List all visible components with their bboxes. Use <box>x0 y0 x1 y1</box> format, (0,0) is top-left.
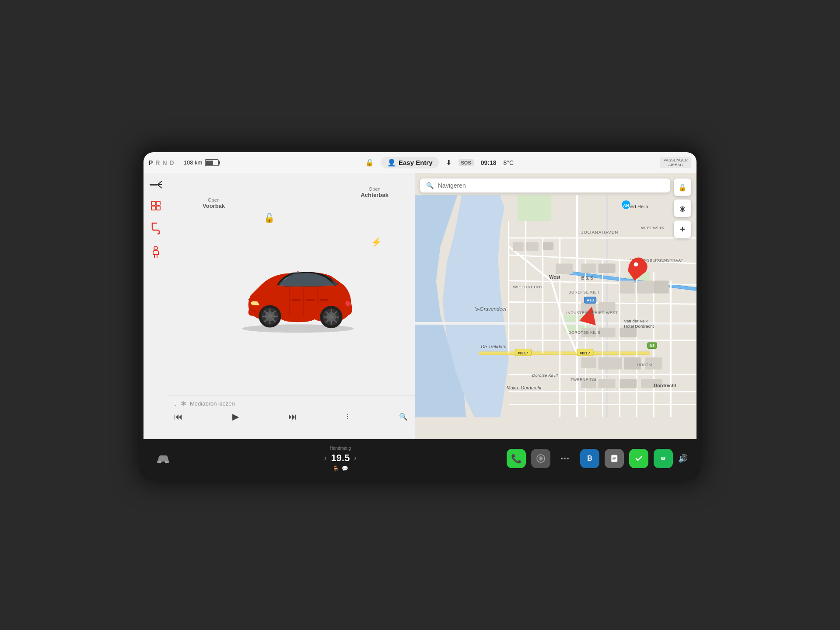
temp-value-display: 19.5 <box>331 452 350 464</box>
map-search-bar[interactable]: 🔍 <box>420 178 670 192</box>
gear-p[interactable]: P <box>149 159 154 166</box>
spotify-app-button[interactable] <box>654 449 673 468</box>
volume-control[interactable]: 🔊 <box>678 454 688 463</box>
svg-text:Hotel Dordrecht: Hotel Dordrecht <box>624 324 654 329</box>
left-sidebar <box>144 173 168 439</box>
svg-rect-46 <box>620 280 634 293</box>
svg-text:INDUSTRIEGEBIED WEST: INDUSTRIEGEBIED WEST <box>566 311 618 315</box>
play-button[interactable]: ▶ <box>232 411 239 422</box>
svg-rect-0 <box>150 184 158 186</box>
svg-text:Dordrecht: Dordrecht <box>654 383 676 388</box>
unlock-icon[interactable]: 🔓 <box>264 213 275 223</box>
seat-heat-icon: 🪑 <box>332 466 339 472</box>
screen-inner: P R N D 108 km 🔒 👤 Easy Entry ⬇ SOS 09 <box>144 152 696 478</box>
prev-button[interactable]: ⏮ <box>174 412 183 422</box>
map-panel: 🔍 🔒 ◉ + <box>415 173 696 439</box>
svg-rect-54 <box>581 357 596 368</box>
svg-text:Dorotse Kil III: Dorotse Kil III <box>532 373 558 378</box>
map-location-button[interactable]: ◉ <box>674 200 691 217</box>
time-display: 09:18 <box>481 159 497 166</box>
map-display: Albert Heijn JULIANAHAVEN WIELWIJK West … <box>415 173 696 439</box>
download-icon: ⬇ <box>446 158 452 167</box>
bluetooth-button[interactable]: B <box>580 449 599 468</box>
svg-rect-42 <box>543 242 553 250</box>
svg-text:TWEEDE TOL: TWEEDE TOL <box>570 378 598 382</box>
svg-point-8 <box>158 233 159 234</box>
car-mode-button[interactable] <box>152 448 174 469</box>
seat-icon[interactable] <box>150 222 161 237</box>
taskbar-apps: 📞 ••• B <box>507 449 673 468</box>
status-middle: 🔒 👤 Easy Entry ⬇ SOS 09:18 8°C <box>223 157 655 168</box>
prnd-display: P R N D <box>149 159 175 166</box>
svg-text:A18: A18 <box>587 298 594 302</box>
battery-km: 108 km <box>184 159 203 166</box>
svg-rect-44 <box>581 263 596 273</box>
svg-rect-48 <box>654 280 668 293</box>
svg-rect-59 <box>598 379 616 388</box>
passenger-airbag-label: PASSENGERAIRBAG <box>664 158 688 168</box>
main-content: Open Voorbak 🔓 Open Achterbak ⚡ <box>144 173 696 439</box>
search-media-button[interactable]: 🔍 <box>399 413 408 421</box>
frunk-label[interactable]: Open Voorbak <box>203 197 225 209</box>
outside-temp: 8°C <box>504 159 514 166</box>
navigation-search-input[interactable] <box>438 182 664 189</box>
media-player: ♩ ✱ Mediabron kiezen ⏮ ▶ ⏭ ⫶ 🔍 <box>144 396 415 439</box>
media-controls: ⏮ ▶ ⏭ ⫶ 🔍 <box>174 411 408 422</box>
person-icon: 👤 <box>387 158 396 167</box>
svg-rect-52 <box>598 328 616 337</box>
svg-rect-60 <box>620 379 637 388</box>
temp-row: ‹ 19.5 › <box>324 452 356 464</box>
svg-text:N3: N3 <box>650 343 654 348</box>
tasks-app-button[interactable] <box>629 449 648 468</box>
phone-app-button[interactable]: 📞 <box>507 449 526 468</box>
svg-rect-6 <box>151 206 155 210</box>
media-source-label: Mediabron kiezen <box>190 400 235 407</box>
frunk-title: Voorbak <box>203 203 225 209</box>
trunk-open-text: Open <box>360 186 388 192</box>
bottom-bar: Handmatig ‹ 19.5 › 🪑 💬 📞 <box>144 439 696 478</box>
map-zoom-in-button[interactable]: + <box>674 220 691 238</box>
climate-mode-label: Handmatig <box>330 446 351 451</box>
equalizer-button[interactable]: ⫶ <box>346 413 350 420</box>
gear-d[interactable]: D <box>170 159 175 166</box>
svg-text:JULIANAHAVEN: JULIANAHAVEN <box>581 230 619 234</box>
headlights-icon[interactable] <box>150 180 162 192</box>
car-illustration: T <box>228 247 368 343</box>
screen-bezel: P R N D 108 km 🔒 👤 Easy Entry ⬇ SOS 09 <box>140 149 700 481</box>
svg-point-94 <box>165 461 168 463</box>
gear-r[interactable]: R <box>155 159 161 166</box>
trunk-label[interactable]: Open Achterbak <box>360 186 388 198</box>
left-panel: Open Voorbak 🔓 Open Achterbak ⚡ <box>144 173 415 439</box>
media-source[interactable]: ♩ ✱ Mediabron kiezen <box>174 399 408 408</box>
temp-decrease-button[interactable]: ‹ <box>324 454 326 462</box>
svg-rect-47 <box>637 280 654 293</box>
battery-icon <box>205 159 219 166</box>
gear-n[interactable]: N <box>162 159 168 166</box>
svg-text:DOROTSE KIL II: DOROTSE KIL II <box>568 330 600 335</box>
easy-entry-label: Easy Entry <box>399 159 433 166</box>
notes-app-button[interactable] <box>605 449 624 468</box>
easy-entry-button[interactable]: 👤 Easy Entry <box>381 157 439 168</box>
svg-rect-37 <box>517 195 551 221</box>
temperature-control: Handmatig ‹ 19.5 › 🪑 💬 <box>174 446 507 472</box>
music-note-icon: ♩ <box>174 400 177 407</box>
voice-assistant-button[interactable] <box>531 449 550 468</box>
controls-icon[interactable] <box>150 200 161 214</box>
bluetooth-icon-media: ✱ <box>181 399 186 408</box>
more-apps-button[interactable]: ••• <box>556 449 575 468</box>
car-area: Open Voorbak 🔓 Open Achterbak ⚡ <box>168 173 415 396</box>
status-bar: P R N D 108 km 🔒 👤 Easy Entry ⬇ SOS 09 <box>144 152 696 173</box>
svg-text:Makro Dordrecht: Makro Dordrecht <box>507 385 542 390</box>
sos-badge[interactable]: SOS <box>458 159 474 166</box>
temp-increase-button[interactable]: › <box>354 454 356 462</box>
svg-text:N217: N217 <box>580 350 590 355</box>
svg-text:Van der Valk: Van der Valk <box>624 318 648 323</box>
map-lock-button[interactable]: 🔒 <box>674 178 691 196</box>
svg-line-1 <box>158 181 162 185</box>
svg-rect-40 <box>513 242 523 251</box>
battery-info: 108 km <box>184 159 219 166</box>
svg-text:WIELDRECHT: WIELDRECHT <box>513 284 543 289</box>
next-button[interactable]: ⏭ <box>288 412 297 422</box>
svg-rect-17 <box>305 299 314 301</box>
child-safety-icon[interactable] <box>150 246 161 261</box>
